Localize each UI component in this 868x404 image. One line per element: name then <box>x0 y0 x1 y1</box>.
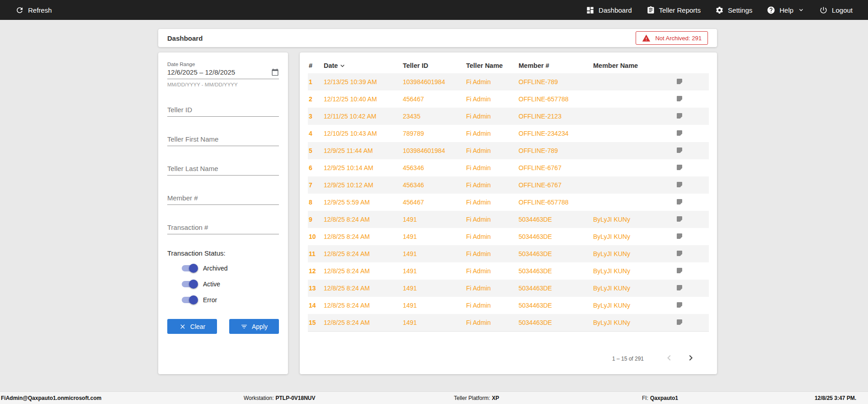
clear-button[interactable]: Clear <box>167 319 217 334</box>
refresh-button[interactable]: Refresh <box>15 6 52 14</box>
table-row[interactable]: 3 12/11/25 10:42 AM 23435 Fi Admin OFFLI… <box>308 108 709 125</box>
note-icon[interactable] <box>676 215 683 224</box>
table-body: 1 12/13/25 10:39 AM 103984601984 Fi Admi… <box>308 73 709 332</box>
table-row[interactable]: 6 12/9/25 10:14 AM 456346 Fi Admin OFFLI… <box>308 159 709 176</box>
row-member-name: ByLyJI KUNy <box>592 302 672 309</box>
row-date: 12/8/25 8:24 AM <box>323 319 402 326</box>
error-toggle[interactable] <box>181 295 198 304</box>
transaction-number-input[interactable] <box>167 223 279 234</box>
row-teller-id: 1491 <box>402 250 465 257</box>
date-range-value: 12/6/2025 – 12/8/2025 <box>167 68 235 76</box>
fi-value: Qaxpauto1 <box>650 395 678 401</box>
statusbar-platform: Teller Platform: XP <box>454 395 499 401</box>
table-row[interactable]: 11 12/8/25 8:24 AM 1491 Fi Admin 5034463… <box>308 245 709 262</box>
clear-button-label: Clear <box>190 323 205 330</box>
row-teller-id: 789789 <box>402 130 465 137</box>
sort-desc-icon <box>339 62 346 70</box>
note-icon[interactable] <box>676 129 683 138</box>
table-row[interactable]: 5 12/9/25 11:44 AM 103984601984 Fi Admin… <box>308 142 709 159</box>
note-icon[interactable] <box>676 198 683 207</box>
filter-panel: Date Range 12/6/2025 – 12/8/2025 MM/DD/Y… <box>158 52 288 374</box>
row-member-num: OFFLINE-657788 <box>518 95 592 103</box>
page-header: Dashboard Not Archived: 291 <box>158 29 717 47</box>
transaction-status-label: Transaction Status: <box>167 249 279 257</box>
nav-teller-reports-label: Teller Reports <box>659 6 701 14</box>
row-date: 12/8/25 8:24 AM <box>323 267 402 275</box>
active-toggle[interactable] <box>181 280 198 289</box>
help-icon <box>767 6 775 14</box>
toggle-row-archived: Archived <box>181 264 279 273</box>
note-icon[interactable] <box>676 318 683 327</box>
row-teller-name: Fi Admin <box>465 250 518 257</box>
table-row[interactable]: 15 12/8/25 8:24 AM 1491 Fi Admin 5034463… <box>308 314 709 331</box>
table-row[interactable]: 13 12/8/25 8:24 AM 1491 Fi Admin 5034463… <box>308 280 709 297</box>
row-member-name: ByLyJI KUNy <box>592 216 672 223</box>
table-row[interactable]: 4 12/10/25 10:43 AM 789789 Fi Admin OFFL… <box>308 125 709 142</box>
table-row[interactable]: 9 12/8/25 8:24 AM 1491 Fi Admin 5034463D… <box>308 211 709 228</box>
row-member-name: ByLyJI KUNy <box>592 319 672 326</box>
prev-page-button[interactable] <box>664 352 675 365</box>
note-icon[interactable] <box>676 301 683 310</box>
nav-logout[interactable]: Logout <box>819 6 853 14</box>
row-teller-name: Fi Admin <box>465 302 518 309</box>
apply-button[interactable]: Apply <box>229 319 279 334</box>
row-date: 12/8/25 8:24 AM <box>323 233 402 240</box>
col-date[interactable]: Date <box>323 62 402 70</box>
row-teller-id: 1491 <box>402 233 465 240</box>
nav-settings[interactable]: Settings <box>715 6 752 14</box>
table-row[interactable]: 2 12/12/25 10:40 AM 456467 Fi Admin OFFL… <box>308 90 709 108</box>
note-icon[interactable] <box>676 147 683 155</box>
next-page-button[interactable] <box>685 352 696 365</box>
col-date-label: Date <box>324 62 338 69</box>
date-range-field[interactable]: 12/6/2025 – 12/8/2025 <box>167 67 279 79</box>
row-teller-id: 1491 <box>402 319 465 326</box>
col-member-name[interactable]: Member Name <box>592 62 672 69</box>
note-icon[interactable] <box>676 164 683 172</box>
calendar-icon[interactable] <box>271 68 279 76</box>
table-row[interactable]: 8 12/9/25 5:59 AM 456467 Fi Admin OFFLIN… <box>308 194 709 211</box>
archived-toggle[interactable] <box>181 264 198 273</box>
table-row[interactable]: 1 12/13/25 10:39 AM 103984601984 Fi Admi… <box>308 73 709 90</box>
note-icon[interactable] <box>676 284 683 293</box>
member-number-input[interactable] <box>167 193 279 205</box>
toggle-row-active: Active <box>181 280 279 289</box>
row-number: 3 <box>308 113 323 120</box>
note-icon[interactable] <box>676 181 683 190</box>
row-member-name: ByLyJI KUNy <box>592 250 672 257</box>
clipboard-icon <box>646 6 655 14</box>
nav-dashboard[interactable]: Dashboard <box>586 6 632 14</box>
row-number: 12 <box>308 267 323 275</box>
table-row[interactable]: 14 12/8/25 8:24 AM 1491 Fi Admin 5034463… <box>308 297 709 314</box>
note-icon[interactable] <box>676 95 683 104</box>
note-icon[interactable] <box>676 267 683 276</box>
col-teller-id[interactable]: Teller ID <box>402 62 465 69</box>
nav-help[interactable]: Help <box>767 6 805 14</box>
note-icon[interactable] <box>676 250 683 258</box>
col-member-num[interactable]: Member # <box>518 62 592 69</box>
row-member-num: OFFLINE-6767 <box>518 164 592 171</box>
table-row[interactable]: 12 12/8/25 8:24 AM 1491 Fi Admin 5034463… <box>308 262 709 280</box>
platform-label: Teller Platform: <box>454 395 490 401</box>
note-icon[interactable] <box>676 233 683 241</box>
teller-id-input[interactable] <box>167 105 279 117</box>
date-range-label: Date Range <box>167 62 279 67</box>
not-archived-badge[interactable]: Not Archived: 291 <box>636 31 708 45</box>
row-member-num: OFFLINE-657788 <box>518 199 592 206</box>
row-number: 13 <box>308 285 323 292</box>
table-row[interactable]: 10 12/8/25 8:24 AM 1491 Fi Admin 5034463… <box>308 228 709 245</box>
row-teller-name: Fi Admin <box>465 267 518 275</box>
row-teller-name: Fi Admin <box>465 233 518 240</box>
teller-first-name-input[interactable] <box>167 134 279 146</box>
note-icon[interactable] <box>676 78 683 86</box>
row-teller-name: Fi Admin <box>465 113 518 120</box>
table-row[interactable]: 7 12/9/25 10:12 AM 456346 Fi Admin OFFLI… <box>308 176 709 194</box>
row-number: 8 <box>308 199 323 206</box>
col-teller-name[interactable]: Teller Name <box>465 62 518 69</box>
row-member-num: 5034463DE <box>518 267 592 275</box>
teller-last-name-input[interactable] <box>167 164 279 176</box>
note-icon[interactable] <box>676 112 683 121</box>
nav-teller-reports[interactable]: Teller Reports <box>646 6 701 14</box>
nav-help-label: Help <box>779 6 793 14</box>
col-num[interactable]: # <box>308 62 323 69</box>
gear-icon <box>715 6 724 14</box>
